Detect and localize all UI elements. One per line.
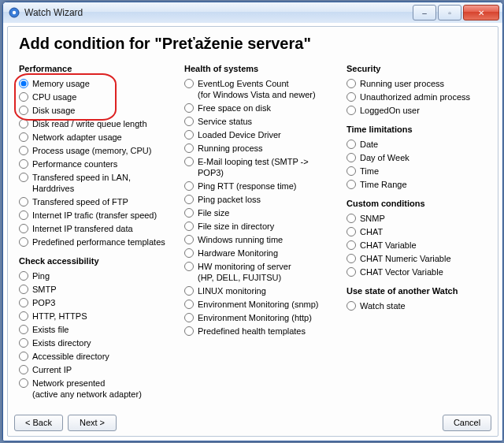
- condition-radio[interactable]: [19, 365, 28, 374]
- condition-radio[interactable]: [184, 262, 194, 271]
- condition-radio[interactable]: [184, 222, 194, 231]
- condition-radio[interactable]: [184, 248, 194, 258]
- condition-option[interactable]: Current IP: [19, 363, 173, 376]
- condition-radio[interactable]: [346, 267, 356, 277]
- condition-radio[interactable]: [346, 79, 356, 88]
- condition-radio[interactable]: [19, 119, 28, 128]
- condition-option[interactable]: File size: [184, 206, 335, 219]
- condition-radio[interactable]: [346, 227, 356, 236]
- condition-option[interactable]: CHAT Numeric Variable: [346, 251, 480, 265]
- condition-radio[interactable]: [19, 298, 28, 307]
- condition-radio[interactable]: [184, 181, 194, 191]
- condition-radio[interactable]: [184, 195, 194, 204]
- condition-radio[interactable]: [346, 301, 356, 311]
- minimize-button[interactable]: –: [413, 5, 436, 20]
- condition-option[interactable]: Network adapter usage: [19, 130, 173, 143]
- condition-radio[interactable]: [19, 146, 28, 155]
- condition-option[interactable]: Network presented(active any network ada…: [19, 376, 173, 400]
- condition-option[interactable]: Environment Monitoring (snmp): [184, 297, 335, 311]
- condition-radio[interactable]: [19, 352, 28, 361]
- condition-radio[interactable]: [19, 224, 28, 233]
- maximize-button[interactable]: ▫: [438, 5, 461, 20]
- condition-option[interactable]: CHAT Variable: [346, 238, 480, 251]
- condition-option[interactable]: LoggedOn user: [346, 103, 480, 117]
- condition-radio[interactable]: [19, 79, 28, 88]
- condition-radio[interactable]: [19, 132, 28, 142]
- condition-option[interactable]: Watch state: [346, 299, 480, 312]
- condition-radio[interactable]: [19, 325, 28, 334]
- condition-option[interactable]: Unauthorized admin process: [346, 90, 480, 103]
- condition-radio[interactable]: [184, 130, 194, 140]
- condition-option[interactable]: CHAT: [346, 225, 480, 238]
- condition-option[interactable]: Process usage (memory, CPU): [19, 143, 173, 157]
- condition-option[interactable]: Day of Week: [346, 151, 480, 164]
- condition-option[interactable]: Internet IP trafic (transfer speed): [19, 208, 173, 222]
- condition-option[interactable]: EventLog Events Count(for Windows Vista …: [184, 76, 335, 101]
- condition-radio[interactable]: [19, 271, 28, 281]
- condition-radio[interactable]: [346, 106, 356, 115]
- condition-radio[interactable]: [184, 300, 194, 309]
- condition-radio[interactable]: [346, 214, 356, 223]
- condition-option[interactable]: Transfered speed in LAN, Harddrives: [19, 170, 173, 195]
- condition-radio[interactable]: [19, 237, 28, 247]
- condition-option[interactable]: HW monitoring of server(HP, DELL, FUJITS…: [184, 259, 335, 284]
- condition-option[interactable]: Loaded Device Driver: [184, 128, 335, 141]
- condition-radio[interactable]: [19, 92, 28, 102]
- condition-radio[interactable]: [19, 311, 28, 321]
- condition-option[interactable]: Predefined performance templates: [19, 235, 173, 248]
- condition-radio[interactable]: [19, 285, 28, 294]
- condition-option[interactable]: Accessible directory: [19, 349, 173, 363]
- condition-option[interactable]: Ping: [19, 269, 173, 282]
- condition-option[interactable]: SNMP: [346, 211, 480, 225]
- condition-option[interactable]: Exists directory: [19, 336, 173, 349]
- condition-option[interactable]: HTTP, HTTPS: [19, 309, 173, 322]
- condition-option[interactable]: Service status: [184, 114, 335, 128]
- condition-radio[interactable]: [346, 254, 356, 263]
- condition-radio[interactable]: [19, 106, 28, 115]
- condition-radio[interactable]: [184, 79, 194, 88]
- condition-option[interactable]: Free space on disk: [184, 101, 335, 114]
- cancel-button[interactable]: Cancel: [443, 415, 491, 431]
- condition-option[interactable]: Disk usage: [19, 103, 173, 117]
- condition-option[interactable]: Memory usage: [19, 76, 173, 90]
- condition-radio[interactable]: [19, 159, 28, 169]
- condition-option[interactable]: CPU usage: [19, 90, 173, 103]
- condition-option[interactable]: Predefined health templates: [184, 324, 335, 337]
- condition-option[interactable]: Time: [346, 164, 480, 177]
- condition-option[interactable]: Ping RTT (response time): [184, 179, 335, 192]
- condition-radio[interactable]: [184, 313, 194, 322]
- condition-option[interactable]: Hardware Monitoring: [184, 246, 335, 259]
- condition-radio[interactable]: [19, 338, 28, 348]
- condition-radio[interactable]: [346, 92, 356, 102]
- condition-option[interactable]: Disk read / write queue length: [19, 117, 173, 130]
- condition-option[interactable]: Transfered speed of FTP: [19, 195, 173, 208]
- condition-radio[interactable]: [184, 286, 194, 296]
- condition-radio[interactable]: [19, 197, 28, 207]
- back-button[interactable]: < Back: [14, 415, 63, 431]
- condition-radio[interactable]: [346, 140, 356, 149]
- condition-option[interactable]: Running user process: [346, 76, 480, 90]
- condition-radio[interactable]: [184, 235, 194, 244]
- condition-option[interactable]: Environment Monitoring (http): [184, 311, 335, 324]
- condition-option[interactable]: LINUX monitoring: [184, 284, 335, 297]
- next-button[interactable]: Next >: [68, 415, 117, 431]
- condition-radio[interactable]: [19, 378, 28, 388]
- condition-option[interactable]: Performance counters: [19, 157, 173, 170]
- condition-option[interactable]: Time Range: [346, 177, 480, 191]
- condition-option[interactable]: Date: [346, 137, 480, 151]
- condition-radio[interactable]: [346, 166, 356, 176]
- condition-radio[interactable]: [19, 210, 28, 220]
- condition-option[interactable]: E-Mail looping test (SMTP -> POP3): [184, 154, 335, 179]
- condition-radio[interactable]: [184, 157, 194, 166]
- condition-radio[interactable]: [19, 173, 28, 182]
- condition-radio[interactable]: [346, 153, 356, 162]
- close-button[interactable]: ✕: [463, 5, 499, 20]
- condition-option[interactable]: Exists file: [19, 322, 173, 336]
- condition-option[interactable]: CHAT Vector Variable: [346, 265, 480, 278]
- condition-radio[interactable]: [346, 240, 356, 250]
- condition-option[interactable]: Running process: [184, 141, 335, 154]
- condition-option[interactable]: SMTP: [19, 282, 173, 296]
- condition-radio[interactable]: [346, 180, 356, 189]
- condition-option[interactable]: File size in directory: [184, 219, 335, 233]
- condition-option[interactable]: Internet IP transfered data: [19, 222, 173, 235]
